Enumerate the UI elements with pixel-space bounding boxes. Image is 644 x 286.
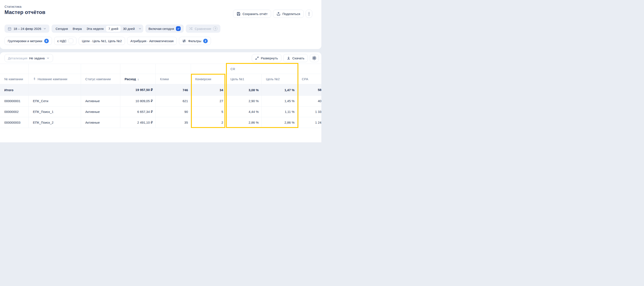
campaign-id: 000000003 xyxy=(0,117,28,128)
table-row[interactable]: 00000002 ЕПК_Поиск_1 Активные 6 657,34 ₽… xyxy=(0,106,321,117)
expand-icon xyxy=(255,56,259,60)
column-header-cost-sorted[interactable]: Расход ↓ xyxy=(120,74,156,84)
table-total-row: Итого 19 957,50 ₽ 746 34 3,08 % 1,47 % 5… xyxy=(0,84,321,96)
filters-button[interactable]: Фильтры 2 xyxy=(179,37,211,45)
vat-label: с НДС xyxy=(57,39,67,43)
campaign-name[interactable]: ЕПК_Поиск_1 xyxy=(28,106,81,117)
cr-goal-2-value: 2,86 % xyxy=(262,117,298,128)
page-title: Мастер отчётов xyxy=(4,9,45,15)
goals-label: Цели · Цель №1, Цель №2 xyxy=(82,39,122,43)
cpa-value: 400,33 ₽ xyxy=(298,96,321,106)
goals-button[interactable]: Цели · Цель №1, Цель №2 xyxy=(78,37,125,45)
attribution-label: Атрибуция · Автоматическая xyxy=(130,39,174,43)
total-cr-goal-1: 3,08 % xyxy=(226,84,262,96)
total-cr-goal-2: 1,47 % xyxy=(262,84,298,96)
sort-desc-icon: ↓ xyxy=(138,77,139,81)
sliders-icon xyxy=(182,39,186,43)
more-actions-button[interactable] xyxy=(306,10,312,18)
vat-checkbox[interactable] xyxy=(68,39,73,43)
preset-this-week[interactable]: Эта неделя xyxy=(84,25,106,33)
download-button[interactable]: Скачать xyxy=(283,54,308,62)
settings-filter-row: Группировки и метрики 8 с НДС Цели · Цел… xyxy=(4,37,211,45)
campaign-name[interactable]: ЕПК_Поиск_2 xyxy=(28,117,81,128)
date-filter-row: 18 – 24 февр 2026 Сегодня Вчера Эта неде… xyxy=(4,25,220,33)
chevron-down-icon[interactable] xyxy=(138,27,142,30)
conversions-value: 2 xyxy=(191,117,226,128)
groupings-count-badge: 8 xyxy=(44,39,49,43)
table-row[interactable]: 000000003 ЕПК_Поиск_2 Активные 2 491,10 … xyxy=(0,117,321,128)
cr-goal-1-value: 2,86 % xyxy=(226,117,262,128)
column-header-campaign-id[interactable]: № кампании xyxy=(0,74,28,84)
cpa-value: 1 331,47 ₽ xyxy=(298,106,321,117)
total-label: Итого xyxy=(0,84,28,96)
include-today-label: Включая сегодня xyxy=(148,27,174,31)
question-circle-icon: ? xyxy=(213,27,218,31)
report-wizard-page: Статистика Мастер отчётов Сохранить отчё… xyxy=(0,0,322,143)
date-preset-segmented: Сегодня Вчера Эта неделя 7 дней 30 дней xyxy=(52,25,144,33)
gear-icon xyxy=(312,56,317,60)
column-header-cpa[interactable]: CPA xyxy=(298,74,321,84)
groupings-metrics-button[interactable]: Группировки и метрики 8 xyxy=(4,37,52,45)
total-clicks: 746 xyxy=(156,84,191,96)
table-row[interactable]: 000000001 ЕПК_Сети Активные 10 809,05 ₽ … xyxy=(0,96,321,106)
detail-level-select[interactable]: Детализация Не задана xyxy=(4,54,53,62)
filters-count-badge: 2 xyxy=(203,39,208,43)
column-header-goal-1[interactable]: Цель №1 xyxy=(226,74,262,84)
share-label: Поделиться xyxy=(282,12,300,16)
report-table: CR № кампании Название кампании Статус к… xyxy=(0,64,321,128)
clicks-value: 90 xyxy=(156,106,191,117)
table-group-row: CR xyxy=(0,64,321,74)
detail-level-label: Детализация xyxy=(8,56,28,60)
expand-label: Развернуть xyxy=(261,56,278,60)
date-range-value: 18 – 24 февр 2026 xyxy=(14,27,41,31)
cr-goal-2-value: 1,45 % xyxy=(262,96,298,106)
column-header-goal-2[interactable]: Цель №2 xyxy=(262,74,298,84)
include-today-toggle[interactable]: Включая сегодня xyxy=(146,25,184,33)
column-header-conversions[interactable]: Конверсии xyxy=(191,74,226,84)
cost-value: 6 657,34 ₽ xyxy=(120,106,156,117)
preset-yesterday[interactable]: Вчера xyxy=(70,25,84,33)
kebab-menu-icon xyxy=(308,12,310,16)
comparison-toggle: Сравнение ? xyxy=(186,25,220,33)
total-cpa: 586,99 ₽ xyxy=(298,84,321,96)
share-button[interactable]: Поделиться xyxy=(273,10,304,18)
attribution-button[interactable]: Атрибуция · Автоматическая xyxy=(127,37,177,45)
save-icon xyxy=(236,12,240,16)
campaign-name[interactable]: ЕПК_Сети xyxy=(28,96,81,106)
include-today-checkbox[interactable] xyxy=(176,26,181,31)
column-header-campaign-name[interactable]: Название кампании xyxy=(28,74,81,84)
chevron-down-icon xyxy=(46,57,50,60)
campaign-id: 000000001 xyxy=(0,96,28,106)
cr-goal-1-value: 4,44 % xyxy=(226,106,262,117)
shuffle-icon xyxy=(189,27,193,31)
conversions-value: 5 xyxy=(191,106,226,117)
groupings-label: Группировки и метрики xyxy=(8,39,42,43)
header-actions: Сохранить отчёт Поделиться xyxy=(233,10,312,18)
preset-7-days[interactable]: 7 дней xyxy=(106,26,120,32)
calendar-icon xyxy=(8,27,12,31)
date-range-picker[interactable]: 18 – 24 февр 2026 xyxy=(4,25,50,33)
filters-label: Фильтры xyxy=(188,39,201,43)
save-report-button[interactable]: Сохранить отчёт xyxy=(233,10,271,18)
clicks-value: 621 xyxy=(156,96,191,106)
cost-value: 2 491,10 ₽ xyxy=(120,117,156,128)
preset-today[interactable]: Сегодня xyxy=(53,25,70,33)
column-header-campaign-status[interactable]: Статус кампании xyxy=(81,74,120,84)
pin-icon xyxy=(33,77,36,81)
breadcrumb[interactable]: Статистика xyxy=(4,5,22,9)
header-card: Статистика Мастер отчётов Сохранить отчё… xyxy=(0,0,321,49)
table-settings-button[interactable] xyxy=(310,54,319,62)
report-table-card: Детализация Не задана Развернуть xyxy=(0,52,321,142)
campaign-status: Активные xyxy=(81,106,120,117)
clicks-value: 35 xyxy=(156,117,191,128)
table-header-row: № кампании Название кампании Статус камп… xyxy=(0,74,321,84)
share-icon xyxy=(276,12,280,16)
cr-goal-2-value: 1,11 % xyxy=(262,106,298,117)
preset-30-days[interactable]: 30 дней xyxy=(121,25,137,33)
cpa-value: 1 245,55 ₽ xyxy=(298,117,321,128)
download-label: Скачать xyxy=(292,56,304,60)
expand-table-button[interactable]: Развернуть xyxy=(252,54,282,62)
vat-toggle[interactable]: с НДС xyxy=(54,37,77,45)
download-icon xyxy=(287,56,290,60)
column-header-clicks[interactable]: Клики xyxy=(156,74,191,84)
